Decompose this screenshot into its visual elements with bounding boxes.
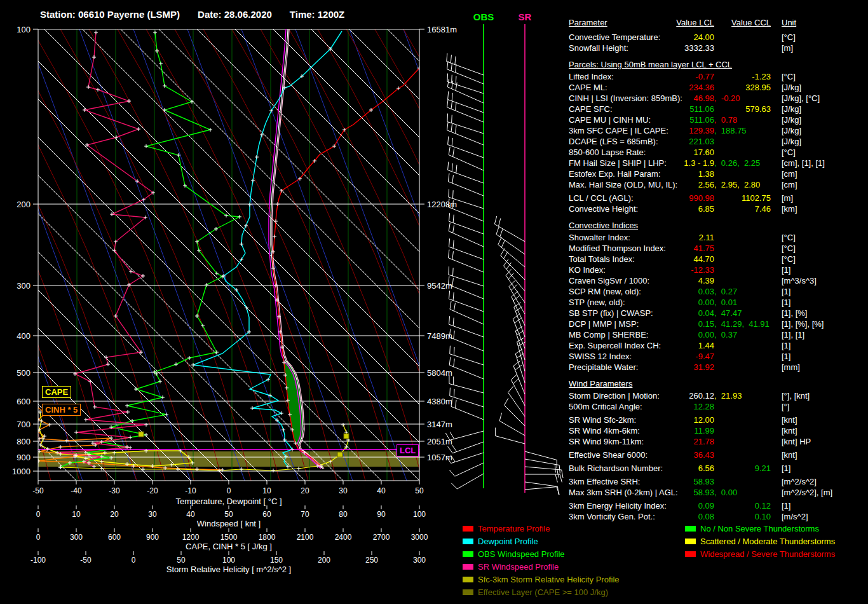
legend-label: Widespread / Severe Thunderstorms bbox=[700, 549, 835, 559]
svg-text:20: 20 bbox=[110, 510, 119, 519]
value-extra: , 21.93 bbox=[714, 391, 742, 401]
value-ccl: 1102.75 bbox=[569, 193, 771, 203]
unit-label: [knt] bbox=[782, 450, 797, 460]
svg-text:3147m: 3147m bbox=[427, 420, 452, 429]
table-header: Parameter Value LCL Value CCL Unit bbox=[569, 18, 865, 29]
value-lcl: 4.39 bbox=[569, 276, 714, 285]
table-row: CAPE MU | CINH MU:511.06, 0.78[J/kg] bbox=[569, 115, 865, 126]
svg-text:-40: -40 bbox=[71, 486, 82, 495]
unit-label: [m/s^2] bbox=[782, 512, 808, 521]
svg-text:2100: 2100 bbox=[297, 533, 314, 542]
table-row: 850-600 Lapse Rate:17.60[°C] bbox=[569, 148, 865, 158]
value-lcl: -9.47 bbox=[569, 352, 714, 361]
svg-text:600: 600 bbox=[108, 533, 121, 542]
svg-text:-50: -50 bbox=[80, 556, 92, 565]
legend-color-chip bbox=[685, 539, 696, 544]
sounding-app: { "title": { "station": "Station: 06610 … bbox=[0, 0, 868, 604]
legend-label: Temperature Profile bbox=[478, 523, 550, 534]
table-row: CINH | LSI (Inversion: 859mB):46.98, -0.… bbox=[569, 93, 865, 104]
svg-text:Storm Relative Helicity [ m^2/: Storm Relative Helicity [ m^2/s^2 ] bbox=[166, 565, 291, 574]
svg-text:50: 50 bbox=[415, 486, 424, 495]
unit-label: [1] bbox=[782, 352, 790, 361]
table-row: SR Wind Sfc-2km:12.00[knt] bbox=[569, 415, 865, 426]
svg-text:600: 600 bbox=[17, 397, 31, 406]
table-row: Exp. Supercell Index CH:1.44[1] bbox=[569, 341, 865, 352]
svg-text:250: 250 bbox=[365, 556, 378, 565]
table-row: Modified Thompson Index:41.75[°C] bbox=[569, 244, 865, 254]
table-row: Convective Temperature:24.00[°C] bbox=[569, 32, 865, 43]
svg-text:50: 50 bbox=[224, 510, 233, 519]
svg-text:700: 700 bbox=[17, 420, 31, 429]
value-ccl: 0.10 bbox=[569, 512, 771, 521]
value-lcl: 12.28 bbox=[569, 402, 714, 411]
value-extra: , 0.00 bbox=[714, 488, 737, 497]
header-unit: Unit bbox=[782, 18, 796, 27]
table-row: Effective Shear 6000:36.43[knt] bbox=[569, 450, 865, 461]
svg-text:50: 50 bbox=[177, 556, 186, 565]
value-extra: , 0.78 bbox=[714, 115, 737, 125]
unit-label: [1] bbox=[782, 287, 790, 296]
table-row: 500m Critical Angle:12.28[°] bbox=[569, 402, 865, 413]
wind-barb-columns: OBSSR bbox=[445, 11, 563, 495]
table-row: MB Comp | SHERBE:0.00, 0.37[1], [1] bbox=[569, 330, 865, 341]
svg-text:Temperature, Dewpoint [ °C ]: Temperature, Dewpoint [ °C ] bbox=[175, 497, 281, 506]
legend-color-chip bbox=[463, 551, 473, 557]
table-row: Craven SigSvr / 1000:4.39[m^3/s^3] bbox=[569, 276, 865, 287]
unit-label: [1], [%], [%] bbox=[782, 319, 824, 329]
unit-label: [1] bbox=[782, 298, 790, 307]
value-lcl: 0.00 bbox=[569, 330, 714, 340]
profiles bbox=[37, 29, 419, 470]
unit-label: [°C] bbox=[782, 254, 796, 264]
table-row: LCL / CCL (AGL):990.981102.75[m] bbox=[569, 193, 865, 204]
unit-label: [°C] bbox=[782, 244, 796, 253]
svg-text:0: 0 bbox=[227, 486, 231, 495]
cape-label: CAPE bbox=[42, 386, 71, 398]
svg-text:150: 150 bbox=[270, 556, 283, 565]
legend-color-chip bbox=[463, 539, 473, 544]
table-row: SB STP (fix) | CWASP:0.04, 47.47[1], [%] bbox=[569, 308, 865, 319]
svg-text:10: 10 bbox=[262, 486, 271, 495]
legend-label: Dewpoint Profile bbox=[478, 536, 538, 547]
svg-text:900: 900 bbox=[17, 453, 31, 462]
table-row: DCAPE (LFS = 685mB):221.03[J/kg] bbox=[569, 137, 865, 148]
unit-label: [mm] bbox=[782, 362, 800, 372]
value-extra: , 188.75 bbox=[714, 126, 747, 135]
unit-label: [°] bbox=[782, 402, 789, 411]
legend-color-chip bbox=[463, 526, 473, 532]
value-lcl: 0.03 bbox=[569, 287, 714, 296]
legend-color-chip bbox=[685, 526, 696, 532]
value-lcl: 2.56 bbox=[569, 180, 714, 189]
svg-text:200: 200 bbox=[318, 556, 330, 565]
value-extra: , 2.95, 2.80 bbox=[714, 180, 760, 189]
table-row: 3km Vorticity Gen. Pot.:0.080.10[m/s^2] bbox=[569, 512, 865, 523]
legend-label: Scattered / Moderate Thunderstorms bbox=[700, 536, 835, 547]
value-lcl: 221.03 bbox=[569, 137, 714, 146]
svg-text:-20: -20 bbox=[147, 486, 158, 495]
value-lcl: 58.93 bbox=[569, 477, 714, 486]
value-lcl: 129.39 bbox=[569, 126, 714, 135]
svg-text:0: 0 bbox=[36, 533, 41, 542]
legend-color-chip bbox=[685, 551, 696, 557]
table-row: Storm Direction | Motion:260.12, 21.93[°… bbox=[569, 391, 865, 402]
legend-label: No / Non Severe Thunderstorms bbox=[700, 523, 819, 534]
svg-text:5804m: 5804m bbox=[427, 368, 452, 378]
value-extra: , 41.29, 41.91 bbox=[714, 319, 770, 329]
value-lcl: 511.06 bbox=[569, 115, 714, 125]
table-row: SR Wind 9km-11km:21.78[knt] HP bbox=[569, 437, 865, 448]
lcl-label: LCL bbox=[397, 444, 419, 456]
value-lcl: 44.70 bbox=[569, 254, 714, 264]
table-row: STP (new, old):0.00, 0.01[1] bbox=[569, 298, 865, 308]
table-row: KO Index:-12.33[1] bbox=[569, 265, 865, 276]
svg-text:16581m: 16581m bbox=[427, 25, 457, 34]
unit-label: [J/kg] bbox=[782, 104, 801, 114]
unit-label: [J/kg] bbox=[782, 115, 801, 125]
value-lcl: 36.43 bbox=[569, 450, 714, 460]
value-extra: , 0.27 bbox=[714, 287, 737, 296]
svg-text:100: 100 bbox=[222, 556, 235, 565]
table-row: SWISS 12 Index:-9.47[1] bbox=[569, 352, 865, 362]
svg-text:1200: 1200 bbox=[182, 533, 200, 542]
unit-label: [km] bbox=[782, 204, 797, 214]
value-lcl: 58.93 bbox=[569, 488, 714, 497]
table-row: 3km Effective SRH:58.93[m^2/s^2] bbox=[569, 477, 865, 488]
value-lcl: 21.78 bbox=[569, 437, 714, 446]
